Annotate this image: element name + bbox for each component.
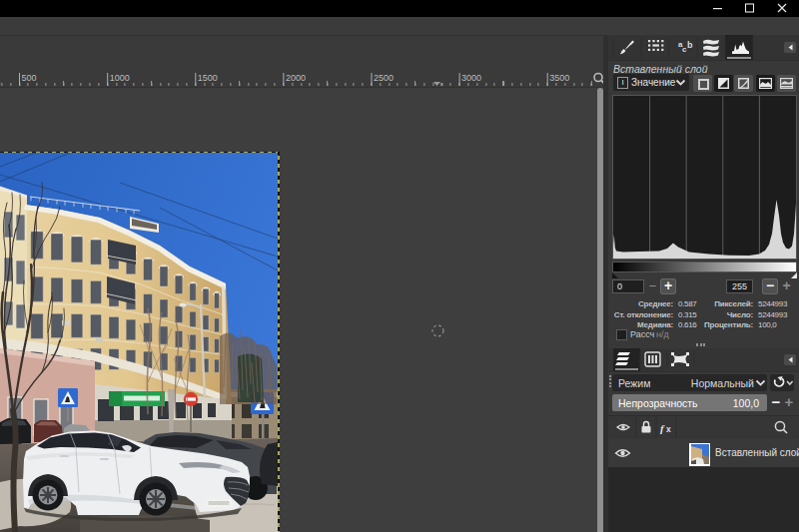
svg-text:3500: 3500 [549,73,569,83]
svg-text:1000: 1000 [110,73,130,83]
svg-text:f: f [660,422,665,434]
svg-text:3000: 3000 [461,73,481,83]
svg-text:2500: 2500 [374,73,394,83]
svg-text:2000: 2000 [286,73,306,83]
svg-text:b: b [687,40,693,50]
svg-text:x: x [666,424,671,434]
svg-text:1500: 1500 [198,73,218,83]
svg-text:500: 500 [22,73,37,83]
